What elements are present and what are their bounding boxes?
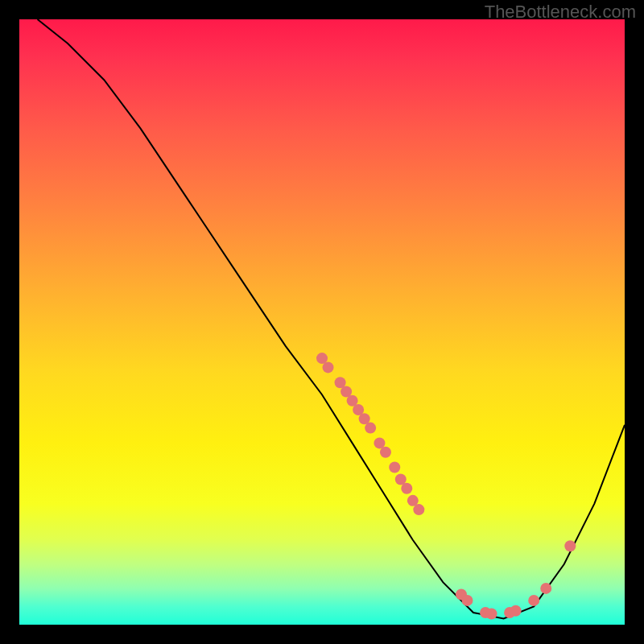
highlight-dot <box>389 461 400 473</box>
plot-area <box>19 19 625 625</box>
highlight-dot <box>486 608 497 619</box>
highlight-dot <box>401 483 412 494</box>
highlight-dot <box>461 595 473 606</box>
highlight-dot <box>380 447 391 458</box>
highlight-dot <box>564 540 576 551</box>
watermark-text: TheBottleneck.com <box>485 2 636 23</box>
highlight-dot <box>365 423 376 434</box>
highlight-dot <box>540 583 551 594</box>
highlight-dot <box>510 605 522 617</box>
highlight-dot <box>413 504 424 515</box>
highlight-dot <box>323 361 334 373</box>
highlight-dots-group <box>316 353 576 619</box>
bottleneck-curve <box>38 19 625 618</box>
highlight-dot <box>528 595 539 606</box>
chart-overlay <box>19 19 625 625</box>
chart-container <box>19 19 625 625</box>
